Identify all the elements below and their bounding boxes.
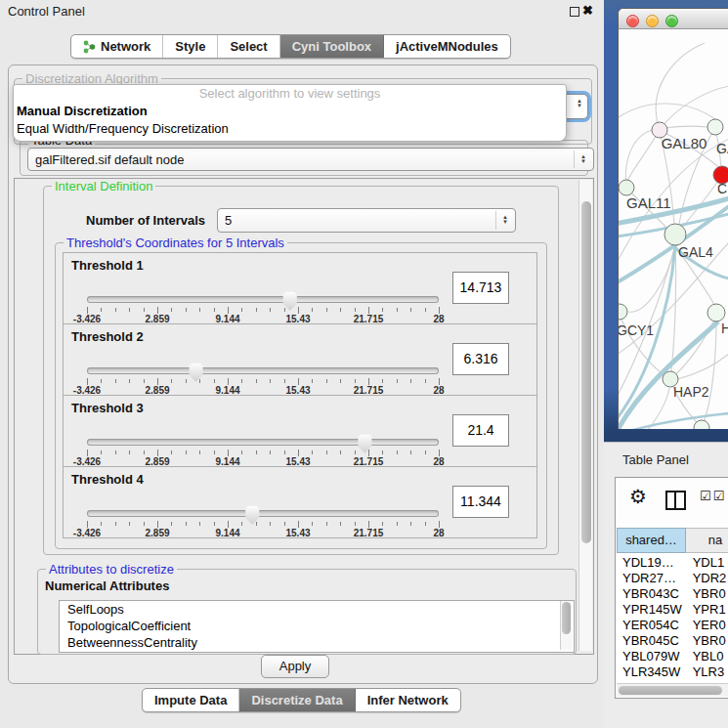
threshold-panel: Threshold 1 -3.4262.8599.14415.4321.7152… bbox=[63, 252, 537, 324]
cell-shared-name[interactable]: YPR145W bbox=[617, 602, 689, 618]
network-node[interactable] bbox=[619, 180, 634, 195]
slider-thumb[interactable] bbox=[189, 363, 204, 382]
minimize-traffic-light[interactable] bbox=[646, 15, 659, 27]
control-panel-tabs: Network Style Select Cyni Toolbox jActiv… bbox=[70, 34, 511, 59]
cell-name[interactable]: YBR0 bbox=[689, 586, 728, 602]
combo-arrows-icon: ▲▼ bbox=[574, 150, 586, 168]
column-header-name[interactable]: na bbox=[686, 528, 728, 553]
cell-name[interactable]: YBR0 bbox=[689, 633, 728, 649]
threshold-panel: Threshold 2 -3.4262.8599.14415.4321.7152… bbox=[63, 323, 537, 396]
control-panel-titlebar: Control Panel ✖ bbox=[0, 0, 604, 21]
table-horizontal-scrollbar[interactable] bbox=[617, 683, 728, 697]
zoom-traffic-light[interactable] bbox=[665, 15, 678, 27]
cell-shared-name[interactable]: YBR043C bbox=[617, 586, 689, 602]
table-row[interactable]: YDR27…YDR2 bbox=[617, 571, 728, 586]
network-canvas[interactable]: GAL80GAGAL11CGAL4GCY1HHAP2 bbox=[619, 29, 728, 429]
close-traffic-light[interactable] bbox=[626, 15, 639, 27]
cell-name[interactable]: YDL1 bbox=[689, 555, 728, 571]
scrollbar-thumb[interactable] bbox=[619, 686, 722, 695]
table-row[interactable]: YBR045CYBR0 bbox=[617, 633, 728, 649]
table-row[interactable]: YDL19…YDL1 bbox=[617, 555, 728, 571]
cell-name[interactable]: YPR1 bbox=[689, 602, 728, 618]
tab-discretize-data[interactable]: Discretize Data bbox=[239, 689, 355, 711]
threshold-value-field[interactable]: 11.344 bbox=[452, 486, 509, 518]
tab-impute-data[interactable]: Impute Data bbox=[143, 689, 239, 711]
tab-jactivemnodules[interactable]: jActiveMNodules bbox=[384, 35, 510, 58]
tab-cyni-toolbox[interactable]: Cyni Toolbox bbox=[280, 35, 384, 58]
cell-shared-name[interactable]: YER054C bbox=[617, 618, 689, 633]
cell-name[interactable]: YLR3 bbox=[689, 664, 728, 680]
interval-group-title: Interval Definition bbox=[52, 179, 155, 193]
network-node[interactable] bbox=[664, 224, 686, 245]
popup-option[interactable]: Manual Discretization bbox=[14, 103, 566, 120]
table-row[interactable]: YBR043CYBR0 bbox=[617, 586, 728, 602]
network-graph: GAL80GAGAL11CGAL4GCY1HHAP2 bbox=[619, 29, 728, 429]
network-node[interactable] bbox=[619, 304, 627, 320]
table-row[interactable]: YBL079WYBL0 bbox=[617, 649, 728, 664]
gear-icon[interactable]: ⚙ bbox=[629, 485, 647, 508]
popup-option[interactable]: Equal Width/Frequency Discretization bbox=[14, 120, 566, 138]
num-intervals-combobox[interactable]: 5 ▲▼ bbox=[217, 208, 516, 233]
threshold-value-field[interactable]: 14.713 bbox=[452, 272, 509, 304]
cell-shared-name[interactable]: YLR345W bbox=[617, 664, 689, 680]
cell-shared-name[interactable]: YDR27… bbox=[617, 571, 689, 586]
slider-thumb[interactable] bbox=[244, 505, 260, 525]
tab-style[interactable]: Style bbox=[163, 35, 218, 58]
column-header-shared-name[interactable]: shared… bbox=[617, 528, 686, 553]
attribute-list-item[interactable]: BetweennessCentrality bbox=[60, 634, 574, 651]
tab-network[interactable]: Network bbox=[71, 35, 163, 58]
table-panel-title: Table Panel bbox=[622, 452, 689, 467]
threshold-label: Threshold 1 bbox=[71, 258, 144, 273]
node-label: C bbox=[717, 181, 727, 196]
tab-select[interactable]: Select bbox=[218, 35, 279, 58]
scrollbar-thumb[interactable] bbox=[581, 201, 591, 543]
slider-thumb[interactable] bbox=[357, 434, 372, 453]
slider-track[interactable] bbox=[87, 510, 439, 517]
network-icon bbox=[83, 40, 96, 54]
network-node[interactable] bbox=[707, 119, 723, 135]
network-view-window: GAL80GAGAL11CGAL4GCY1HHAP2 bbox=[618, 8, 728, 429]
slider-track[interactable] bbox=[87, 296, 439, 303]
table-data-combobox[interactable]: galFiltered.sif default node ▲▼ bbox=[27, 148, 594, 171]
float-window-icon[interactable] bbox=[570, 7, 579, 17]
numerical-attributes-list[interactable]: SelfLoopsTopologicalCoefficientBetweenne… bbox=[59, 600, 575, 653]
popup-options: Manual DiscretizationEqual Width/Frequen… bbox=[14, 103, 566, 138]
network-node[interactable] bbox=[707, 304, 725, 321]
cell-shared-name[interactable]: YBR045C bbox=[617, 633, 689, 649]
num-intervals-value: 5 bbox=[225, 213, 232, 228]
table-data-value: galFiltered.sif default node bbox=[35, 152, 184, 167]
threshold-value-field[interactable]: 21.4 bbox=[452, 414, 509, 447]
threshold-coords-title: Threshold's Coordinates for 5 Intervals bbox=[64, 236, 287, 250]
cell-name[interactable]: YBL0 bbox=[689, 649, 728, 664]
threshold-value-field[interactable]: 6.316 bbox=[452, 343, 509, 375]
node-label: GAL80 bbox=[662, 135, 707, 151]
application-window: Control Panel ✖ Network Style Select Cyn… bbox=[0, 0, 728, 728]
cell-shared-name[interactable]: YBL079W bbox=[617, 649, 689, 664]
split-view-icon[interactable] bbox=[665, 491, 686, 510]
apply-button[interactable]: Apply bbox=[261, 655, 329, 678]
combo-arrows-icon: ▲▼ bbox=[577, 99, 582, 108]
threshold-panel: Threshold 3 -3.4262.8599.14415.4321.7152… bbox=[63, 395, 537, 467]
cell-name[interactable]: YER0 bbox=[689, 618, 728, 633]
tab-infer-network[interactable]: Infer Network bbox=[356, 689, 460, 711]
threshold-label: Threshold 3 bbox=[71, 401, 144, 415]
node-label: GAL11 bbox=[626, 194, 671, 211]
scrollbar-thumb[interactable] bbox=[562, 602, 571, 634]
attribute-list-item[interactable]: SelfLoops bbox=[60, 601, 574, 618]
slider-track[interactable] bbox=[87, 439, 439, 446]
close-icon[interactable]: ✖ bbox=[582, 3, 593, 18]
table-rows: YDL19…YDL1YDR27…YDR2YBR043CYBR0YPR145WYP… bbox=[617, 555, 728, 696]
table-row[interactable]: YPR145WYPR1 bbox=[617, 602, 728, 618]
cell-name[interactable]: YDR2 bbox=[689, 571, 728, 586]
node-label: GAL4 bbox=[678, 244, 713, 260]
panel-vertical-scrollbar[interactable] bbox=[578, 180, 592, 651]
attribute-list-item[interactable]: TopologicalCoefficient bbox=[60, 618, 574, 634]
algorithm-dropdown-popup: Select algorithm to view settings Manual… bbox=[13, 84, 567, 142]
network-window-titlebar bbox=[619, 9, 728, 29]
table-row[interactable]: YLR345WYLR3 bbox=[617, 664, 728, 680]
table-row[interactable]: YER054CYER0 bbox=[617, 618, 728, 633]
list-vertical-scrollbar[interactable] bbox=[560, 601, 573, 650]
select-columns-icon[interactable]: ☑☑ bbox=[700, 489, 726, 503]
cell-shared-name[interactable]: YDL19… bbox=[617, 555, 689, 571]
slider-track[interactable] bbox=[87, 367, 439, 374]
